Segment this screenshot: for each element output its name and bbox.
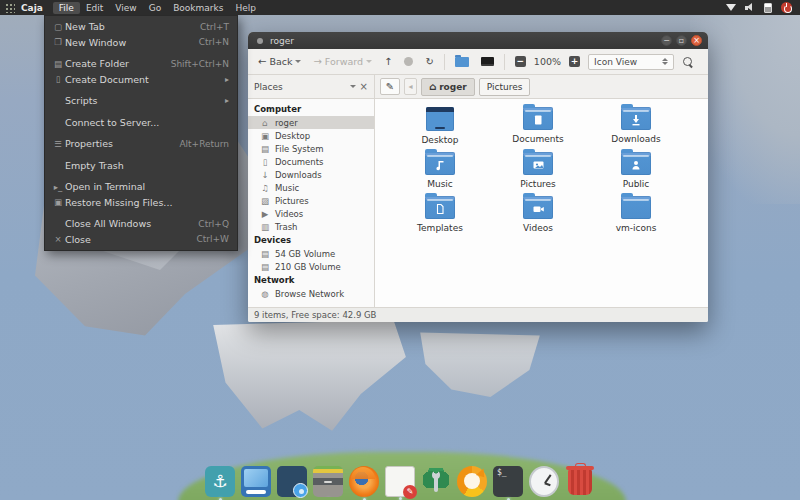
image-icon: ▨ [260, 196, 270, 206]
menu-view[interactable]: View [109, 2, 142, 14]
sidebar-item-pictures[interactable]: ▨Pictures [248, 194, 374, 207]
up-arrow-icon: ↑ [384, 56, 392, 67]
computer-button[interactable] [477, 55, 498, 68]
downloads-folder-icon [621, 107, 651, 130]
zoom-in-button[interactable]: + [565, 54, 584, 69]
zoom-out-button[interactable]: − [511, 54, 530, 69]
path-scroll-left-button[interactable]: ◂ [404, 78, 417, 95]
public-folder-icon [621, 152, 651, 175]
apps-grid-icon[interactable] [4, 2, 15, 13]
sidebar-item-documents[interactable]: ▯Documents [248, 155, 374, 168]
sidebar-item-roger[interactable]: ⌂roger [248, 116, 374, 129]
menu-item-scripts[interactable]: Scripts ▸ [45, 93, 237, 109]
sidebar-item-desktop[interactable]: ▣Desktop [248, 129, 374, 142]
menu-item-new-tab[interactable]: ▢ New Tab Ctrl+T [45, 19, 237, 35]
home-button[interactable] [451, 55, 473, 69]
toolbar: ← Back → Forward ↑ ↻ − 100% + Icon View [248, 49, 708, 75]
home-icon: ⌂ [429, 81, 436, 92]
desktop-folder-icon [426, 107, 454, 131]
menu-item-restore-missing-files[interactable]: ▣ Restore Missing Files... [45, 195, 237, 211]
file-music[interactable]: Music [391, 152, 489, 189]
anchor-dock-icon[interactable]: ⚓ [205, 466, 235, 497]
menu-item-close-all-windows[interactable]: Close All Windows Ctrl+Q [45, 216, 237, 232]
menu-bookmarks[interactable]: Bookmarks [167, 2, 229, 14]
file-downloads[interactable]: Downloads [587, 107, 685, 145]
file-desktop[interactable]: Desktop [391, 107, 489, 145]
properties-icon: ☰ [51, 139, 65, 149]
maximize-button[interactable]: ▫ [676, 35, 687, 46]
top-menubar: Caja File Edit View Go Bookmarks Help [0, 0, 800, 15]
mate-tweak-icon[interactable] [421, 466, 451, 497]
battery-icon[interactable] [764, 3, 772, 13]
menu-item-new-window[interactable]: ❐ New Window Ctrl+N [45, 35, 237, 51]
up-button[interactable]: ↑ [380, 54, 396, 69]
edit-location-button[interactable]: ✎ [380, 78, 400, 95]
back-button[interactable]: ← Back [254, 54, 305, 69]
network-icon[interactable] [726, 4, 736, 11]
power-icon[interactable] [781, 2, 792, 13]
file-pictures[interactable]: Pictures [489, 152, 587, 189]
app-name: Caja [21, 3, 43, 13]
view-mode-select[interactable]: Icon View [588, 54, 674, 70]
file-vm-icons[interactable]: vm-icons [587, 196, 685, 233]
screenshot-icon[interactable] [277, 466, 307, 497]
archive-manager-icon[interactable] [313, 466, 343, 497]
menu-item-connect-to-server[interactable]: Connect to Server... [45, 115, 237, 131]
text-editor-icon[interactable] [385, 466, 415, 497]
sidebar-item-210gb-volume[interactable]: ▤210 GB Volume [248, 260, 374, 273]
trash-icon[interactable] [568, 469, 592, 495]
reload-button[interactable]: ↻ [421, 54, 437, 69]
menu-item-empty-trash[interactable]: Empty Trash [45, 158, 237, 174]
minimize-button[interactable]: − [661, 35, 672, 46]
menu-help[interactable]: Help [229, 2, 262, 14]
search-icon[interactable] [682, 56, 694, 68]
close-button[interactable]: × [691, 35, 702, 46]
sidebar-item-file-system[interactable]: ▤File System [248, 142, 374, 155]
places-close-icon[interactable]: × [360, 81, 368, 92]
sidebar-header-computer: Computer [248, 102, 374, 116]
menu-item-create-folder[interactable]: ▤ Create Folder Shift+Ctrl+N [45, 56, 237, 72]
file-templates[interactable]: Templates [391, 196, 489, 233]
software-updater-icon[interactable] [457, 466, 487, 497]
terminal-icon[interactable]: $_ [493, 466, 523, 497]
menu-item-close[interactable]: × Close Ctrl+W [45, 232, 237, 248]
window-title: roger [270, 36, 657, 46]
menu-item-open-in-terminal[interactable]: ▸_ Open in Terminal [45, 179, 237, 195]
back-arrow-icon: ← [258, 56, 266, 67]
sidebar-item-videos[interactable]: ▶Videos [248, 207, 374, 220]
menu-go[interactable]: Go [143, 2, 167, 14]
menu-edit[interactable]: Edit [80, 2, 109, 14]
download-icon: ↓ [260, 170, 270, 180]
places-dropdown-caret-icon[interactable] [350, 85, 356, 88]
cloud-shape [415, 325, 545, 400]
sidebar-item-browse-network[interactable]: ◍Browse Network [248, 287, 374, 300]
path-row: Places × ✎ ◂ ⌂ roger Pictures [248, 75, 708, 99]
system-tray [726, 2, 792, 13]
terminal-icon: ▸_ [51, 182, 65, 192]
volume-icon[interactable] [745, 3, 755, 12]
back-history-caret-icon[interactable] [295, 60, 301, 63]
video-icon: ▶ [260, 209, 270, 219]
menu-item-properties[interactable]: ☰ Properties Alt+Return [45, 136, 237, 152]
document-icon: ▯ [51, 74, 65, 84]
file-documents[interactable]: Documents [489, 107, 587, 145]
breadcrumb-home[interactable]: ⌂ roger [421, 78, 475, 96]
reload-icon: ↻ [425, 56, 433, 67]
clock-icon[interactable] [529, 466, 559, 497]
sidebar-item-downloads[interactable]: ↓Downloads [248, 168, 374, 181]
sidebar-item-music[interactable]: ♫Music [248, 181, 374, 194]
file-public[interactable]: Public [587, 152, 685, 189]
forward-button[interactable]: → Forward [309, 54, 376, 69]
titlebar[interactable]: roger − ▫ × [248, 32, 708, 49]
file-manager-icon[interactable] [241, 466, 271, 497]
videos-folder-icon [523, 196, 553, 219]
menu-file[interactable]: File [53, 2, 80, 14]
file-videos[interactable]: Videos [489, 196, 587, 233]
stop-button [400, 55, 417, 68]
sidebar-item-54gb-volume[interactable]: ▤54 GB Volume [248, 247, 374, 260]
firefox-icon[interactable] [349, 466, 379, 497]
menu-item-create-document[interactable]: ▯ Create Document ▸ [45, 72, 237, 88]
sidebar-item-trash[interactable]: ▥Trash [248, 220, 374, 233]
breadcrumb-pictures[interactable]: Pictures [479, 78, 531, 96]
places-sidebar: Computer ⌂roger ▣Desktop ▤File System ▯D… [248, 99, 375, 307]
